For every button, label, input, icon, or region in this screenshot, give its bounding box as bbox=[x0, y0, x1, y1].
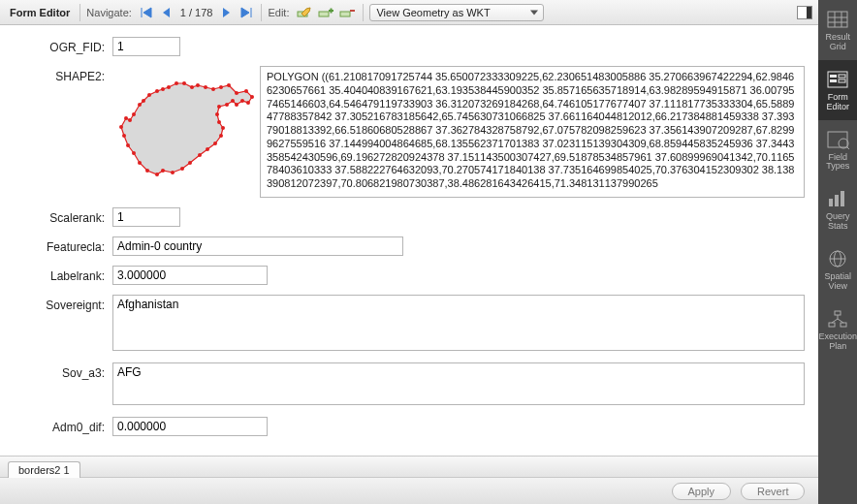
svg-rect-3 bbox=[331, 8, 333, 13]
svg-point-13 bbox=[147, 93, 151, 97]
svg-point-38 bbox=[213, 142, 217, 145]
svg-point-37 bbox=[219, 134, 223, 138]
ogr-fid-input[interactable] bbox=[112, 37, 180, 56]
sidebar-item-query-stats[interactable]: QueryStats bbox=[818, 179, 857, 239]
svg-rect-51 bbox=[828, 12, 847, 27]
svg-point-11 bbox=[138, 103, 142, 107]
svg-rect-61 bbox=[828, 132, 847, 147]
sidebar-item-label: FieldTypes bbox=[826, 153, 849, 173]
sidebar-item-result-grid[interactable]: ResultGrid bbox=[818, 0, 857, 60]
nav-first-icon[interactable] bbox=[138, 5, 155, 20]
field-types-icon bbox=[826, 130, 849, 149]
nav-buttons: 1 / 178 bbox=[138, 5, 256, 20]
svg-point-29 bbox=[240, 99, 244, 103]
form-content: OGR_FID: SHAPE2: POLYGON ((61.2108170917… bbox=[0, 25, 818, 456]
sovereignt-input[interactable] bbox=[112, 295, 805, 351]
svg-point-7 bbox=[119, 125, 123, 129]
scalerank-input[interactable] bbox=[112, 207, 180, 227]
sidebar-item-label: FormEditor bbox=[826, 93, 849, 112]
svg-marker-6 bbox=[121, 83, 252, 174]
separator bbox=[261, 4, 262, 21]
svg-point-34 bbox=[215, 112, 219, 116]
svg-line-74 bbox=[832, 319, 838, 323]
svg-rect-60 bbox=[839, 79, 845, 82]
nav-last-icon[interactable] bbox=[238, 5, 255, 20]
revert-button[interactable]: Revert bbox=[741, 483, 805, 500]
footer: Apply Revert bbox=[0, 477, 818, 504]
svg-point-28 bbox=[246, 101, 250, 105]
sidebar-item-field-types[interactable]: FieldTypes bbox=[818, 120, 857, 180]
svg-point-16 bbox=[167, 85, 171, 89]
apply-button[interactable]: Apply bbox=[672, 483, 732, 500]
svg-point-22 bbox=[211, 87, 215, 91]
svg-rect-71 bbox=[829, 323, 835, 327]
svg-point-35 bbox=[217, 120, 221, 124]
svg-point-8 bbox=[124, 116, 128, 120]
view-select-label: View Geometry as WKT bbox=[369, 4, 544, 21]
nav-next-icon[interactable] bbox=[218, 5, 236, 20]
separator bbox=[79, 4, 80, 21]
grid-icon bbox=[826, 10, 849, 29]
svg-point-33 bbox=[217, 105, 221, 109]
svg-point-17 bbox=[175, 81, 178, 85]
form-icon bbox=[826, 70, 849, 89]
svg-point-27 bbox=[250, 95, 254, 99]
svg-point-39 bbox=[206, 147, 209, 151]
sidebar-item-spatial-view[interactable]: SpatialView bbox=[818, 239, 857, 299]
svg-rect-58 bbox=[830, 79, 837, 82]
svg-point-40 bbox=[198, 153, 202, 157]
svg-point-45 bbox=[155, 173, 159, 176]
svg-point-36 bbox=[221, 126, 225, 130]
shape2-label: SHAPE2: bbox=[17, 66, 105, 83]
svg-point-23 bbox=[219, 85, 223, 89]
svg-point-32 bbox=[225, 103, 229, 107]
svg-point-9 bbox=[128, 118, 132, 122]
featurecla-label: Featurecla: bbox=[17, 236, 105, 254]
svg-point-26 bbox=[244, 89, 248, 93]
stats-icon bbox=[826, 189, 849, 208]
edit-label: Edit: bbox=[268, 7, 289, 18]
featurecla-input[interactable] bbox=[112, 236, 403, 256]
scalerank-label: Scalerank: bbox=[17, 207, 105, 225]
svg-point-20 bbox=[196, 83, 200, 87]
nav-prev-icon[interactable] bbox=[157, 5, 175, 20]
svg-point-47 bbox=[138, 161, 142, 165]
svg-point-10 bbox=[132, 112, 136, 116]
adm0-dif-input[interactable] bbox=[112, 417, 268, 436]
svg-point-12 bbox=[142, 99, 145, 103]
svg-rect-4 bbox=[340, 12, 350, 16]
svg-line-75 bbox=[838, 319, 843, 323]
add-row-icon[interactable] bbox=[316, 5, 335, 20]
svg-point-21 bbox=[204, 85, 207, 89]
sidebar-item-execution-plan[interactable]: ExecutionPlan bbox=[818, 299, 857, 360]
shape2-wkt[interactable]: POLYGON ((61.210817091725744 35.65007233… bbox=[260, 66, 805, 198]
tab-borders2-1[interactable]: borders2 1 bbox=[8, 461, 80, 478]
svg-point-43 bbox=[171, 171, 175, 174]
sidebar-item-label: ExecutionPlan bbox=[818, 332, 857, 352]
sidebar-item-label: QueryStats bbox=[826, 212, 850, 232]
panel-toggle-icon[interactable] bbox=[797, 6, 812, 19]
sov-a3-input[interactable] bbox=[112, 362, 805, 405]
edit-buttons bbox=[295, 5, 357, 20]
ogr-fid-label: OGR_FID: bbox=[17, 37, 105, 54]
svg-point-19 bbox=[190, 85, 194, 89]
sidebar-item-label: SpatialView bbox=[824, 272, 851, 292]
svg-rect-59 bbox=[839, 75, 845, 78]
svg-rect-70 bbox=[835, 311, 841, 315]
svg-point-14 bbox=[155, 89, 159, 93]
right-sidebar: ResultGrid FormEditor FieldTypes QuerySt… bbox=[818, 0, 857, 504]
edit-row-icon[interactable] bbox=[295, 5, 314, 20]
svg-point-30 bbox=[235, 103, 238, 107]
nav-position: 1 / 178 bbox=[176, 7, 217, 18]
view-select[interactable]: View Geometry as WKT bbox=[369, 4, 544, 21]
adm0-dif-label: Adm0_dif: bbox=[17, 417, 105, 434]
svg-rect-65 bbox=[835, 195, 839, 206]
labelrank-input[interactable] bbox=[112, 266, 268, 285]
sov-a3-label: Sov_a3: bbox=[17, 362, 105, 380]
toolbar: Form Editor Navigate: 1 / 178 Edit: bbox=[0, 0, 818, 25]
svg-point-18 bbox=[182, 81, 186, 85]
delete-row-icon[interactable] bbox=[337, 5, 357, 20]
shape-preview bbox=[112, 66, 254, 192]
sidebar-item-form-editor[interactable]: FormEditor bbox=[818, 60, 857, 120]
toolbar-title: Form Editor bbox=[6, 7, 74, 18]
